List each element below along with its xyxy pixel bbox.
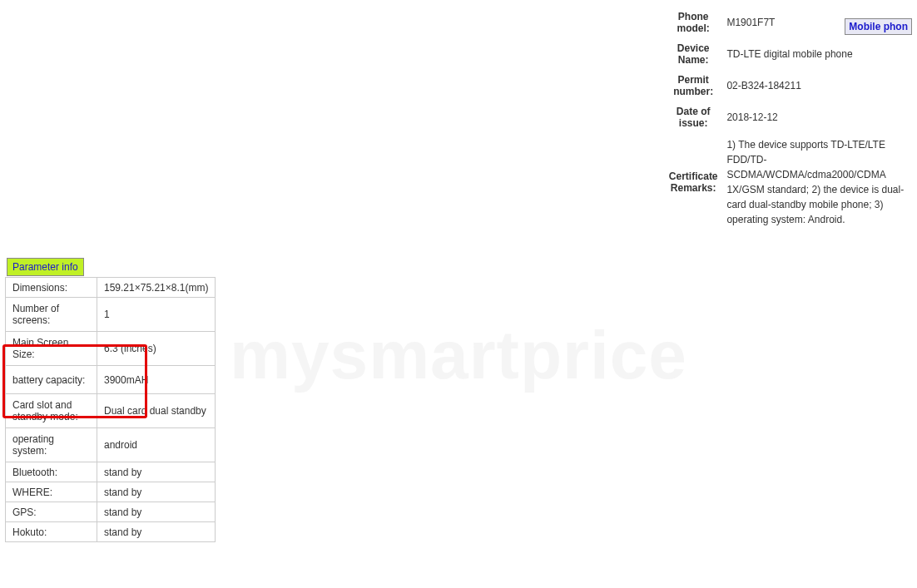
spec-label-hokuto: Hokuto: <box>6 522 97 542</box>
spec-value-dimensions: 159.21×75.21×8.1(mm) <box>97 278 216 298</box>
table-row: GPS: stand by <box>6 502 216 522</box>
spec-value-gps: stand by <box>97 502 216 522</box>
table-row: Number of screens: 1 <box>6 298 216 332</box>
spec-label-battery: battery capacity: <box>6 366 97 394</box>
parameter-info-badge: Parameter info <box>7 258 84 276</box>
mobile-phone-button[interactable]: Mobile phon <box>845 18 912 35</box>
table-row: Hokuto: stand by <box>6 522 216 542</box>
spec-value-card-slot: Dual card dual standby <box>97 394 216 428</box>
spec-label-card-slot: Card slot and standby mode: <box>6 394 97 428</box>
table-row: Dimensions: 159.21×75.21×8.1(mm) <box>6 278 216 298</box>
table-row: WHERE: stand by <box>6 482 216 502</box>
header-label-permit-number: Permit number: <box>663 70 723 101</box>
spec-value-where: stand by <box>97 482 216 502</box>
header-value-device-name: TD-LTE digital mobile phone <box>723 38 913 70</box>
header-label-date-of-issue: Date of issue: <box>663 101 723 133</box>
spec-label-main-screen: Main Screen Size: <box>6 332 97 366</box>
spec-value-os: android <box>97 428 216 462</box>
table-row: Card slot and standby mode: Dual card du… <box>6 394 216 428</box>
spec-value-battery: 3900mAH <box>97 366 216 394</box>
spec-label-bluetooth: Bluetooth: <box>6 462 97 482</box>
table-row: Bluetooth: stand by <box>6 462 216 482</box>
spec-label-os: operating system: <box>6 428 97 462</box>
table-row: Main Screen Size: 6.3 (inches) <box>6 332 216 366</box>
spec-value-main-screen: 6.3 (inches) <box>97 332 216 366</box>
spec-label-gps: GPS: <box>6 502 97 522</box>
table-row: operating system: android <box>6 428 216 462</box>
header-label-device-name: Device Name: <box>663 38 723 70</box>
spec-value-hokuto: stand by <box>97 522 216 542</box>
spec-label-where: WHERE: <box>6 482 97 502</box>
specification-table: Dimensions: 159.21×75.21×8.1(mm) Number … <box>5 277 216 542</box>
header-value-permit-number: 02-B324-184211 <box>723 70 913 101</box>
header-value-date-of-issue: 2018-12-12 <box>723 101 913 133</box>
watermark-text: mysmartprice <box>230 316 687 394</box>
header-label-phone-model: Phone model: <box>663 7 723 38</box>
spec-label-dimensions: Dimensions: <box>6 278 97 298</box>
header-value-certificate-remarks: 1) The device supports TD-LTE/LTE FDD/TD… <box>723 133 913 231</box>
spec-label-number-screens: Number of screens: <box>6 298 97 332</box>
spec-value-number-screens: 1 <box>97 298 216 332</box>
table-row: battery capacity: 3900mAH <box>6 366 216 394</box>
spec-value-bluetooth: stand by <box>97 462 216 482</box>
header-label-certificate-remarks: Certificate Remarks: <box>663 133 723 231</box>
device-header-info: Phone model: M1901F7T Device Name: TD-LT… <box>663 7 913 231</box>
